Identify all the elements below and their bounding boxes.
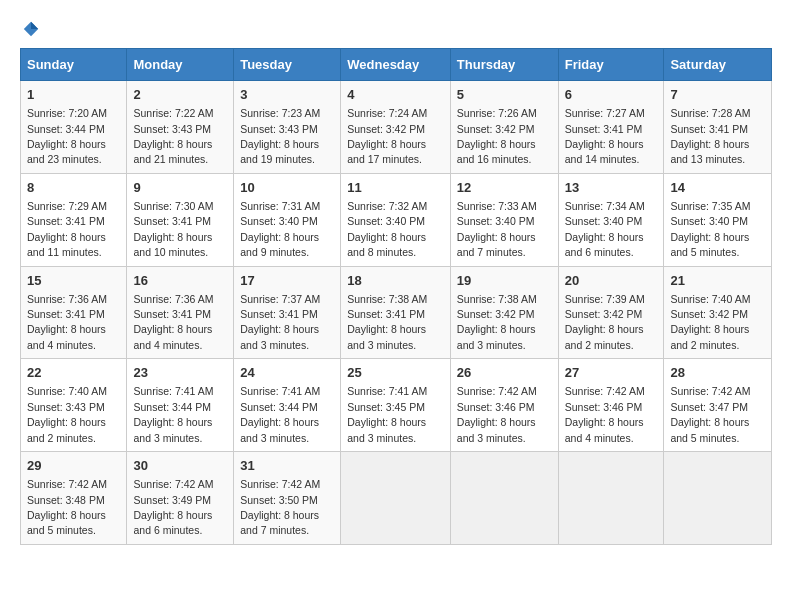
- calendar-cell: 6 Sunrise: 7:27 AMSunset: 3:41 PMDayligh…: [558, 81, 664, 174]
- calendar-cell: 21 Sunrise: 7:40 AMSunset: 3:42 PMDaylig…: [664, 266, 772, 359]
- calendar-cell: 1 Sunrise: 7:20 AMSunset: 3:44 PMDayligh…: [21, 81, 127, 174]
- calendar-cell: 24 Sunrise: 7:41 AMSunset: 3:44 PMDaylig…: [234, 359, 341, 452]
- day-number: 2: [133, 86, 227, 104]
- day-info: Sunrise: 7:22 AMSunset: 3:43 PMDaylight:…: [133, 107, 213, 165]
- calendar-cell: 10 Sunrise: 7:31 AMSunset: 3:40 PMDaylig…: [234, 173, 341, 266]
- calendar-cell: 9 Sunrise: 7:30 AMSunset: 3:41 PMDayligh…: [127, 173, 234, 266]
- day-info: Sunrise: 7:23 AMSunset: 3:43 PMDaylight:…: [240, 107, 320, 165]
- day-number: 18: [347, 272, 444, 290]
- calendar-week-row: 8 Sunrise: 7:29 AMSunset: 3:41 PMDayligh…: [21, 173, 772, 266]
- day-info: Sunrise: 7:38 AMSunset: 3:41 PMDaylight:…: [347, 293, 427, 351]
- day-number: 31: [240, 457, 334, 475]
- calendar-week-row: 29 Sunrise: 7:42 AMSunset: 3:48 PMDaylig…: [21, 452, 772, 545]
- calendar-cell: 5 Sunrise: 7:26 AMSunset: 3:42 PMDayligh…: [450, 81, 558, 174]
- day-number: 16: [133, 272, 227, 290]
- logo: [20, 20, 40, 38]
- day-info: Sunrise: 7:42 AMSunset: 3:46 PMDaylight:…: [457, 385, 537, 443]
- day-number: 26: [457, 364, 552, 382]
- day-info: Sunrise: 7:37 AMSunset: 3:41 PMDaylight:…: [240, 293, 320, 351]
- day-info: Sunrise: 7:38 AMSunset: 3:42 PMDaylight:…: [457, 293, 537, 351]
- calendar-cell: 11 Sunrise: 7:32 AMSunset: 3:40 PMDaylig…: [341, 173, 451, 266]
- day-number: 12: [457, 179, 552, 197]
- day-info: Sunrise: 7:32 AMSunset: 3:40 PMDaylight:…: [347, 200, 427, 258]
- logo-icon: [22, 20, 40, 38]
- day-number: 27: [565, 364, 658, 382]
- calendar-cell: 30 Sunrise: 7:42 AMSunset: 3:49 PMDaylig…: [127, 452, 234, 545]
- calendar-cell: 17 Sunrise: 7:37 AMSunset: 3:41 PMDaylig…: [234, 266, 341, 359]
- calendar-cell: 18 Sunrise: 7:38 AMSunset: 3:41 PMDaylig…: [341, 266, 451, 359]
- day-number: 25: [347, 364, 444, 382]
- calendar-cell: 29 Sunrise: 7:42 AMSunset: 3:48 PMDaylig…: [21, 452, 127, 545]
- day-info: Sunrise: 7:29 AMSunset: 3:41 PMDaylight:…: [27, 200, 107, 258]
- day-info: Sunrise: 7:41 AMSunset: 3:45 PMDaylight:…: [347, 385, 427, 443]
- calendar-cell: 26 Sunrise: 7:42 AMSunset: 3:46 PMDaylig…: [450, 359, 558, 452]
- calendar-cell: 2 Sunrise: 7:22 AMSunset: 3:43 PMDayligh…: [127, 81, 234, 174]
- day-number: 24: [240, 364, 334, 382]
- day-info: Sunrise: 7:27 AMSunset: 3:41 PMDaylight:…: [565, 107, 645, 165]
- day-number: 1: [27, 86, 120, 104]
- day-info: Sunrise: 7:42 AMSunset: 3:46 PMDaylight:…: [565, 385, 645, 443]
- calendar-cell: 28 Sunrise: 7:42 AMSunset: 3:47 PMDaylig…: [664, 359, 772, 452]
- calendar-week-row: 22 Sunrise: 7:40 AMSunset: 3:43 PMDaylig…: [21, 359, 772, 452]
- day-number: 28: [670, 364, 765, 382]
- day-info: Sunrise: 7:30 AMSunset: 3:41 PMDaylight:…: [133, 200, 213, 258]
- day-info: Sunrise: 7:42 AMSunset: 3:47 PMDaylight:…: [670, 385, 750, 443]
- day-info: Sunrise: 7:24 AMSunset: 3:42 PMDaylight:…: [347, 107, 427, 165]
- day-info: Sunrise: 7:40 AMSunset: 3:43 PMDaylight:…: [27, 385, 107, 443]
- header-friday: Friday: [558, 49, 664, 81]
- day-number: 13: [565, 179, 658, 197]
- calendar-cell: 16 Sunrise: 7:36 AMSunset: 3:41 PMDaylig…: [127, 266, 234, 359]
- day-number: 22: [27, 364, 120, 382]
- calendar-cell: 12 Sunrise: 7:33 AMSunset: 3:40 PMDaylig…: [450, 173, 558, 266]
- header-sunday: Sunday: [21, 49, 127, 81]
- page-header: [20, 20, 772, 38]
- day-number: 30: [133, 457, 227, 475]
- day-number: 4: [347, 86, 444, 104]
- day-number: 5: [457, 86, 552, 104]
- day-info: Sunrise: 7:42 AMSunset: 3:49 PMDaylight:…: [133, 478, 213, 536]
- calendar-cell: [450, 452, 558, 545]
- header-tuesday: Tuesday: [234, 49, 341, 81]
- calendar-cell: 4 Sunrise: 7:24 AMSunset: 3:42 PMDayligh…: [341, 81, 451, 174]
- day-info: Sunrise: 7:28 AMSunset: 3:41 PMDaylight:…: [670, 107, 750, 165]
- calendar-week-row: 15 Sunrise: 7:36 AMSunset: 3:41 PMDaylig…: [21, 266, 772, 359]
- calendar-cell: [558, 452, 664, 545]
- day-number: 15: [27, 272, 120, 290]
- header-thursday: Thursday: [450, 49, 558, 81]
- day-info: Sunrise: 7:36 AMSunset: 3:41 PMDaylight:…: [133, 293, 213, 351]
- calendar-cell: 27 Sunrise: 7:42 AMSunset: 3:46 PMDaylig…: [558, 359, 664, 452]
- header-saturday: Saturday: [664, 49, 772, 81]
- calendar-cell: [341, 452, 451, 545]
- calendar-cell: 25 Sunrise: 7:41 AMSunset: 3:45 PMDaylig…: [341, 359, 451, 452]
- day-number: 3: [240, 86, 334, 104]
- svg-marker-1: [31, 22, 38, 29]
- calendar-cell: 7 Sunrise: 7:28 AMSunset: 3:41 PMDayligh…: [664, 81, 772, 174]
- day-number: 6: [565, 86, 658, 104]
- day-number: 20: [565, 272, 658, 290]
- day-info: Sunrise: 7:41 AMSunset: 3:44 PMDaylight:…: [240, 385, 320, 443]
- calendar-week-row: 1 Sunrise: 7:20 AMSunset: 3:44 PMDayligh…: [21, 81, 772, 174]
- day-info: Sunrise: 7:26 AMSunset: 3:42 PMDaylight:…: [457, 107, 537, 165]
- day-info: Sunrise: 7:33 AMSunset: 3:40 PMDaylight:…: [457, 200, 537, 258]
- day-info: Sunrise: 7:41 AMSunset: 3:44 PMDaylight:…: [133, 385, 213, 443]
- day-number: 8: [27, 179, 120, 197]
- calendar-cell: 31 Sunrise: 7:42 AMSunset: 3:50 PMDaylig…: [234, 452, 341, 545]
- day-number: 29: [27, 457, 120, 475]
- day-number: 11: [347, 179, 444, 197]
- day-info: Sunrise: 7:34 AMSunset: 3:40 PMDaylight:…: [565, 200, 645, 258]
- calendar-cell: 23 Sunrise: 7:41 AMSunset: 3:44 PMDaylig…: [127, 359, 234, 452]
- day-info: Sunrise: 7:42 AMSunset: 3:48 PMDaylight:…: [27, 478, 107, 536]
- calendar-table: SundayMondayTuesdayWednesdayThursdayFrid…: [20, 48, 772, 545]
- day-info: Sunrise: 7:40 AMSunset: 3:42 PMDaylight:…: [670, 293, 750, 351]
- day-info: Sunrise: 7:36 AMSunset: 3:41 PMDaylight:…: [27, 293, 107, 351]
- calendar-cell: 14 Sunrise: 7:35 AMSunset: 3:40 PMDaylig…: [664, 173, 772, 266]
- day-info: Sunrise: 7:20 AMSunset: 3:44 PMDaylight:…: [27, 107, 107, 165]
- day-info: Sunrise: 7:42 AMSunset: 3:50 PMDaylight:…: [240, 478, 320, 536]
- day-number: 9: [133, 179, 227, 197]
- day-number: 17: [240, 272, 334, 290]
- header-wednesday: Wednesday: [341, 49, 451, 81]
- calendar-cell: 19 Sunrise: 7:38 AMSunset: 3:42 PMDaylig…: [450, 266, 558, 359]
- day-info: Sunrise: 7:31 AMSunset: 3:40 PMDaylight:…: [240, 200, 320, 258]
- header-monday: Monday: [127, 49, 234, 81]
- calendar-cell: 15 Sunrise: 7:36 AMSunset: 3:41 PMDaylig…: [21, 266, 127, 359]
